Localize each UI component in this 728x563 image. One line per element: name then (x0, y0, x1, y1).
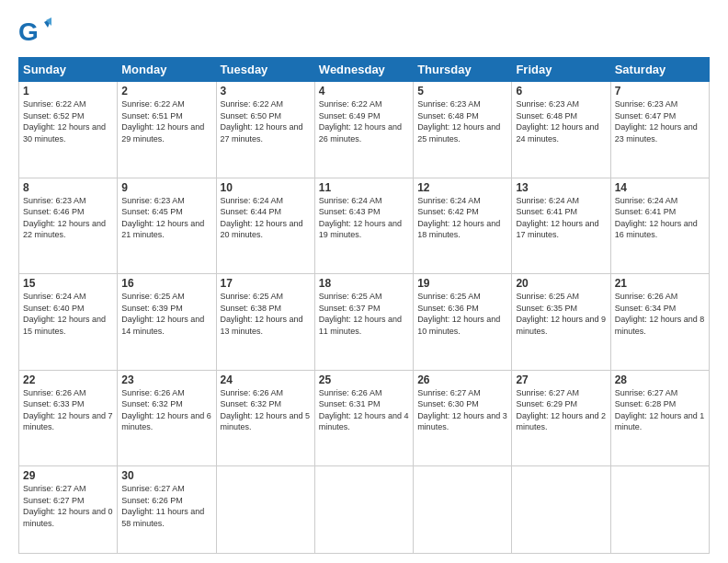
col-friday: Friday (512, 58, 610, 82)
logo: G (18, 15, 55, 48)
day-number: 20 (516, 277, 606, 290)
day-info: Sunrise: 6:26 AMSunset: 6:33 PMDaylight:… (23, 387, 113, 433)
day-number: 18 (319, 277, 409, 290)
calendar-cell: 11Sunrise: 6:24 AMSunset: 6:43 PMDayligh… (314, 178, 413, 274)
calendar-cell: 13Sunrise: 6:24 AMSunset: 6:41 PMDayligh… (512, 178, 610, 274)
day-number: 28 (615, 373, 705, 386)
day-info: Sunrise: 6:24 AMSunset: 6:44 PMDaylight:… (221, 195, 311, 241)
calendar-cell: 16Sunrise: 6:25 AMSunset: 6:39 PMDayligh… (118, 274, 216, 371)
day-number: 13 (516, 181, 606, 194)
day-info: Sunrise: 6:23 AMSunset: 6:48 PMDaylight:… (417, 98, 507, 144)
calendar-cell: 29Sunrise: 6:27 AMSunset: 6:27 PMDayligh… (19, 466, 118, 554)
day-number: 14 (615, 181, 705, 194)
day-number: 23 (121, 373, 211, 386)
day-info: Sunrise: 6:25 AMSunset: 6:35 PMDaylight:… (516, 291, 606, 337)
calendar-header-row: Sunday Monday Tuesday Wednesday Thursday… (19, 58, 710, 82)
day-number: 22 (23, 373, 113, 386)
day-number: 6 (516, 85, 606, 98)
calendar-cell: 21Sunrise: 6:26 AMSunset: 6:34 PMDayligh… (610, 274, 709, 371)
day-info: Sunrise: 6:23 AMSunset: 6:47 PMDaylight:… (615, 98, 705, 144)
day-info: Sunrise: 6:24 AMSunset: 6:41 PMDaylight:… (615, 195, 705, 241)
calendar-cell: 8Sunrise: 6:23 AMSunset: 6:46 PMDaylight… (19, 178, 118, 274)
calendar-cell: 9Sunrise: 6:23 AMSunset: 6:45 PMDaylight… (118, 178, 216, 274)
header: G (18, 15, 710, 48)
calendar-cell: 5Sunrise: 6:23 AMSunset: 6:48 PMDaylight… (414, 82, 512, 178)
calendar-cell: 3Sunrise: 6:22 AMSunset: 6:50 PMDaylight… (216, 82, 314, 178)
calendar-cell: 17Sunrise: 6:25 AMSunset: 6:38 PMDayligh… (216, 274, 314, 371)
calendar-cell: 18Sunrise: 6:25 AMSunset: 6:37 PMDayligh… (314, 274, 413, 371)
calendar-week-row: 8Sunrise: 6:23 AMSunset: 6:46 PMDaylight… (19, 178, 710, 274)
day-info: Sunrise: 6:23 AMSunset: 6:46 PMDaylight:… (23, 195, 113, 241)
calendar-cell: 23Sunrise: 6:26 AMSunset: 6:32 PMDayligh… (118, 370, 216, 466)
col-wednesday: Wednesday (314, 58, 413, 82)
day-info: Sunrise: 6:26 AMSunset: 6:31 PMDaylight:… (319, 387, 409, 433)
day-info: Sunrise: 6:26 AMSunset: 6:34 PMDaylight:… (615, 291, 705, 337)
day-info: Sunrise: 6:26 AMSunset: 6:32 PMDaylight:… (121, 387, 211, 433)
day-number: 2 (121, 85, 211, 98)
calendar-cell (216, 466, 314, 554)
calendar-week-row: 15Sunrise: 6:24 AMSunset: 6:40 PMDayligh… (19, 274, 710, 371)
calendar-cell: 22Sunrise: 6:26 AMSunset: 6:33 PMDayligh… (19, 370, 118, 466)
day-number: 29 (23, 469, 113, 482)
svg-text:G: G (18, 17, 39, 46)
day-info: Sunrise: 6:23 AMSunset: 6:45 PMDaylight:… (121, 195, 211, 241)
day-number: 17 (221, 277, 311, 290)
day-info: Sunrise: 6:25 AMSunset: 6:39 PMDaylight:… (121, 291, 211, 337)
calendar-cell: 20Sunrise: 6:25 AMSunset: 6:35 PMDayligh… (512, 274, 610, 371)
col-saturday: Saturday (610, 58, 709, 82)
calendar-cell: 25Sunrise: 6:26 AMSunset: 6:31 PMDayligh… (314, 370, 413, 466)
day-number: 25 (319, 373, 409, 386)
day-number: 24 (221, 373, 311, 386)
day-number: 7 (615, 85, 705, 98)
day-number: 27 (516, 373, 606, 386)
col-sunday: Sunday (19, 58, 118, 82)
calendar-cell: 15Sunrise: 6:24 AMSunset: 6:40 PMDayligh… (19, 274, 118, 371)
day-number: 5 (417, 85, 507, 98)
day-number: 4 (319, 85, 409, 98)
calendar-cell: 30Sunrise: 6:27 AMSunset: 6:26 PMDayligh… (118, 466, 216, 554)
calendar-cell: 27Sunrise: 6:27 AMSunset: 6:29 PMDayligh… (512, 370, 610, 466)
day-number: 3 (221, 85, 311, 98)
day-number: 30 (121, 469, 211, 482)
calendar-cell: 4Sunrise: 6:22 AMSunset: 6:49 PMDaylight… (314, 82, 413, 178)
day-info: Sunrise: 6:25 AMSunset: 6:36 PMDaylight:… (417, 291, 507, 337)
col-thursday: Thursday (414, 58, 512, 82)
col-tuesday: Tuesday (216, 58, 314, 82)
day-info: Sunrise: 6:22 AMSunset: 6:51 PMDaylight:… (121, 98, 211, 144)
calendar-cell: 28Sunrise: 6:27 AMSunset: 6:28 PMDayligh… (610, 370, 709, 466)
day-number: 12 (417, 181, 507, 194)
calendar-cell (610, 466, 709, 554)
calendar-cell (512, 466, 610, 554)
calendar-cell: 24Sunrise: 6:26 AMSunset: 6:32 PMDayligh… (216, 370, 314, 466)
day-info: Sunrise: 6:27 AMSunset: 6:30 PMDaylight:… (417, 387, 507, 433)
day-info: Sunrise: 6:22 AMSunset: 6:50 PMDaylight:… (221, 98, 311, 144)
day-number: 11 (319, 181, 409, 194)
calendar-cell: 6Sunrise: 6:23 AMSunset: 6:48 PMDaylight… (512, 82, 610, 178)
day-number: 15 (23, 277, 113, 290)
day-number: 26 (417, 373, 507, 386)
calendar-week-row: 29Sunrise: 6:27 AMSunset: 6:27 PMDayligh… (19, 466, 710, 554)
calendar-cell: 26Sunrise: 6:27 AMSunset: 6:30 PMDayligh… (414, 370, 512, 466)
day-info: Sunrise: 6:26 AMSunset: 6:32 PMDaylight:… (221, 387, 311, 433)
day-number: 1 (23, 85, 113, 98)
day-info: Sunrise: 6:27 AMSunset: 6:28 PMDaylight:… (615, 387, 705, 433)
day-info: Sunrise: 6:25 AMSunset: 6:38 PMDaylight:… (221, 291, 311, 337)
page: G Sunday Monday Tuesday Wed (0, 0, 728, 563)
calendar-cell: 10Sunrise: 6:24 AMSunset: 6:44 PMDayligh… (216, 178, 314, 274)
calendar-cell: 2Sunrise: 6:22 AMSunset: 6:51 PMDaylight… (118, 82, 216, 178)
day-info: Sunrise: 6:22 AMSunset: 6:52 PMDaylight:… (23, 98, 113, 144)
calendar-cell (314, 466, 413, 554)
col-monday: Monday (118, 58, 216, 82)
day-info: Sunrise: 6:25 AMSunset: 6:37 PMDaylight:… (319, 291, 409, 337)
calendar-table: Sunday Monday Tuesday Wednesday Thursday… (18, 57, 710, 554)
calendar-cell: 7Sunrise: 6:23 AMSunset: 6:47 PMDaylight… (610, 82, 709, 178)
calendar-cell: 12Sunrise: 6:24 AMSunset: 6:42 PMDayligh… (414, 178, 512, 274)
day-number: 21 (615, 277, 705, 290)
day-number: 19 (417, 277, 507, 290)
day-number: 10 (221, 181, 311, 194)
day-info: Sunrise: 6:23 AMSunset: 6:48 PMDaylight:… (516, 98, 606, 144)
day-info: Sunrise: 6:27 AMSunset: 6:27 PMDaylight:… (23, 483, 113, 529)
day-info: Sunrise: 6:22 AMSunset: 6:49 PMDaylight:… (319, 98, 409, 144)
day-info: Sunrise: 6:24 AMSunset: 6:41 PMDaylight:… (516, 195, 606, 241)
calendar-cell: 1Sunrise: 6:22 AMSunset: 6:52 PMDaylight… (19, 82, 118, 178)
